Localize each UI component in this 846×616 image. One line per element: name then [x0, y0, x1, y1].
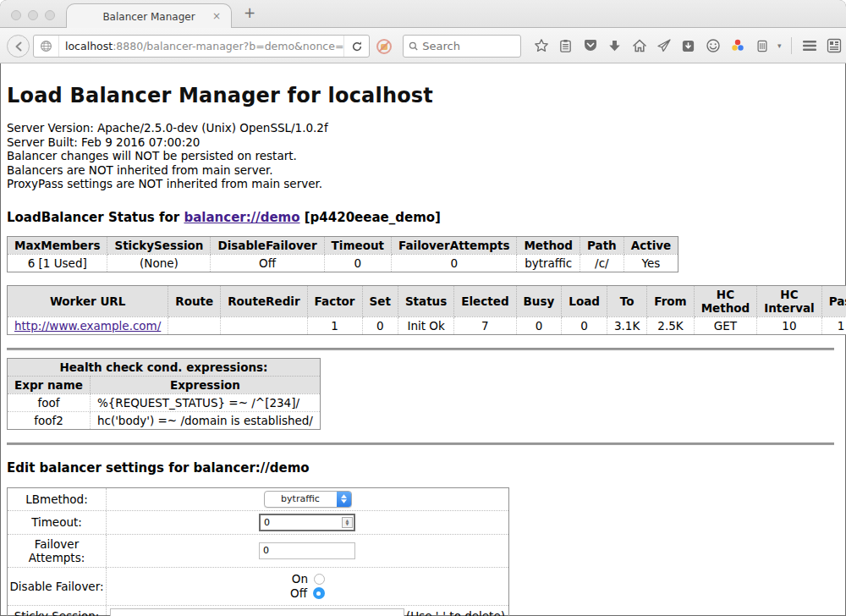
disable-failover-row: Disable Failover: On Off: [8, 567, 508, 605]
col-timeout: Timeout: [324, 236, 391, 254]
cell-from: 2.5K: [647, 316, 694, 334]
col-disablefailover: DisableFailover: [211, 236, 324, 254]
worker-table: Worker URL Route RouteRedir Factor Set S…: [7, 285, 846, 335]
col-stickysession: StickySession: [107, 236, 211, 254]
url-bar[interactable]: localhost:8880/balancer-manager?b=demo&n…: [33, 35, 370, 58]
cell-set: 0: [362, 316, 398, 334]
close-window-button[interactable]: [11, 10, 21, 20]
timeout-input[interactable]: [259, 514, 355, 531]
failover-attempts-row: Failover Attempts:: [8, 534, 508, 567]
edit-balancer-form: LBmethod: bytraffic Timeout:: [7, 487, 509, 616]
reload-icon: [351, 41, 363, 52]
balancer-demo-link[interactable]: balancer://demo: [184, 210, 299, 225]
worker-header-row: Worker URL Route RouteRedir Factor Set S…: [8, 285, 846, 316]
health-check-table: Health check cond. expressions: Expr nam…: [7, 358, 321, 430]
container-icon[interactable]: [753, 36, 771, 55]
reload-button[interactable]: [343, 36, 369, 57]
col-expression: Expression: [90, 376, 320, 393]
col-hc-method: HC Method: [694, 285, 757, 316]
col-set: Set: [362, 285, 398, 316]
sticky-session-input[interactable]: [110, 608, 404, 616]
bookmark-star-icon[interactable]: [532, 36, 550, 55]
home-icon[interactable]: [630, 36, 648, 55]
cell-timeout: 0: [324, 254, 391, 272]
col-maxmembers: MaxMembers: [8, 236, 107, 254]
col-busy: Busy: [516, 285, 562, 316]
col-factor: Factor: [307, 285, 362, 316]
health-row-foof: foof %{REQUEST_STATUS} =~ /^[234]/: [8, 393, 321, 411]
cell-worker-url: http://www.example.com/: [8, 316, 168, 334]
palette-icon[interactable]: [728, 36, 746, 55]
col-load: Load: [562, 285, 607, 316]
radio-off-label: Off: [290, 586, 307, 600]
cell-elected: 7: [454, 316, 516, 334]
search-icon: [409, 41, 418, 52]
cell-status: Init Ok: [398, 316, 453, 334]
persist-note-line: Balancer changes will NOT be persisted o…: [7, 149, 839, 163]
health-title-row: Health check cond. expressions:: [8, 358, 321, 376]
search-input[interactable]: [422, 40, 515, 52]
search-bar[interactable]: [403, 35, 521, 58]
cell-failoverattempts: 0: [392, 254, 517, 272]
url-host: localhost: [65, 40, 113, 52]
save-to-device-icon[interactable]: [679, 36, 697, 55]
worker-data-row: http://www.example.com/ 1 0 Init Ok 7 0 …: [8, 316, 846, 334]
radio-off[interactable]: [313, 587, 325, 599]
cell-hc-method: GET: [694, 316, 757, 334]
disable-failover-label: Disable Failover:: [8, 568, 107, 605]
sticky-session-hint: (Use '-' to delete): [406, 609, 508, 616]
tab-balancer-manager[interactable]: Balancer Manager ×: [66, 3, 232, 29]
tab-close-icon[interactable]: ×: [212, 10, 221, 22]
zoom-window-button[interactable]: [45, 10, 55, 20]
dropdown-caret-icon[interactable]: ▾: [777, 41, 782, 50]
col-route: Route: [168, 285, 221, 316]
cell-expression-1: %{REQUEST_STATUS} =~ /^[234]/: [90, 393, 320, 411]
reading-list-icon[interactable]: [557, 36, 574, 55]
page-title: Load Balancer Manager for localhost: [7, 84, 839, 107]
col-to: To: [607, 285, 646, 316]
send-icon[interactable]: [655, 36, 673, 55]
disable-failover-radio-group: On Off: [290, 572, 325, 601]
cell-maxmembers: 6 [1 Used]: [8, 254, 107, 272]
col-expr-name: Expr name: [8, 376, 91, 393]
failover-attempts-input[interactable]: [259, 542, 355, 559]
back-button[interactable]: [7, 35, 30, 58]
col-passes: Passes: [821, 285, 846, 316]
sticky-session-row: Sticky Session: (Use '-' to delete): [8, 605, 508, 616]
edit-balancer-heading: Edit balancer settings for balancer://de…: [7, 460, 839, 476]
status-heading-prefix: LoadBalancer Status for: [7, 210, 184, 225]
lbmethod-select[interactable]: bytraffic: [264, 491, 352, 508]
content-blocked-icon[interactable]: [376, 38, 393, 58]
navigation-toolbar: localhost:8880/balancer-manager?b=demo&n…: [0, 28, 846, 63]
health-row-foof2: foof2 hc('body') =~ /domain is establish…: [8, 411, 321, 429]
number-spinner-icon[interactable]: ▲▼: [342, 517, 353, 528]
new-tab-button[interactable]: +: [244, 4, 255, 21]
failover-attempts-label: Failover Attempts:: [8, 535, 107, 567]
cell-stickysession: (None): [107, 254, 211, 272]
cell-active: Yes: [624, 254, 678, 272]
col-status: Status: [398, 285, 453, 316]
worker-url-link[interactable]: http://www.example.com/: [14, 319, 161, 333]
timeout-row: Timeout: ▲▼: [8, 510, 508, 534]
radio-on[interactable]: [314, 574, 325, 585]
tile-grid-icon[interactable]: [826, 36, 843, 55]
cell-load: 0: [562, 316, 607, 334]
health-header-row: Expr name Expression: [8, 376, 321, 393]
proxypass-note-line: ProxyPass settings are NOT inherited fro…: [7, 177, 839, 191]
cell-expr-name-1: foof: [8, 393, 91, 411]
cell-path: /c/: [580, 254, 624, 272]
cell-expr-name-2: foof2: [8, 411, 91, 429]
server-built-line: Server Built: Feb 9 2016 07:00:20: [7, 135, 839, 150]
smiley-icon[interactable]: [704, 36, 722, 55]
cell-passes: 1 (0): [821, 316, 846, 334]
globe-icon[interactable]: [34, 36, 59, 57]
downloads-icon[interactable]: [606, 36, 624, 55]
section-divider-2: [7, 443, 834, 445]
server-version-line: Server Version: Apache/2.5.0-dev (Unix) …: [7, 121, 839, 135]
pocket-icon[interactable]: [581, 36, 599, 55]
hamburger-menu-icon[interactable]: [801, 36, 819, 55]
minimize-window-button[interactable]: [28, 10, 38, 20]
radio-on-label: On: [292, 572, 308, 586]
url-text[interactable]: localhost:8880/balancer-manager?b=demo&n…: [59, 40, 343, 52]
col-path: Path: [580, 236, 624, 254]
